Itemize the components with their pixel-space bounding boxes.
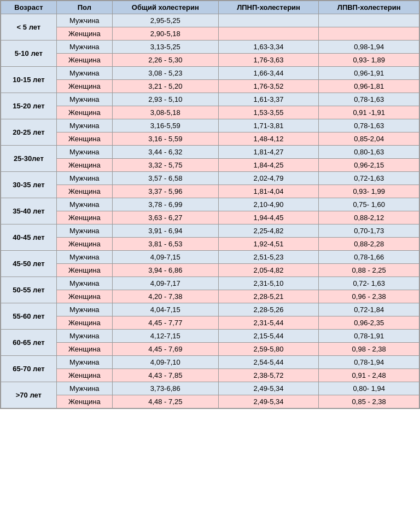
ldl-cell xyxy=(218,27,319,41)
gender-cell: Женщина xyxy=(56,80,112,93)
age-cell: 30-35 лет xyxy=(1,172,57,198)
gender-cell: Женщина xyxy=(56,395,112,408)
total-cholesterol-cell: 3,73-6,86 xyxy=(112,382,218,395)
ldl-cell: 1,76-3,52 xyxy=(218,80,319,93)
age-cell: 25-30лет xyxy=(1,146,57,172)
age-cell: 35-40 лет xyxy=(1,198,57,224)
ldl-cell: 1,71-3,81 xyxy=(218,119,319,132)
header-row: Возраст Пол Общий холестерин ЛПНП-холест… xyxy=(1,1,419,14)
gender-cell: Мужчина xyxy=(56,93,112,106)
ldl-cell: 1,81-4,27 xyxy=(218,146,319,159)
age-cell: 65-70 лет xyxy=(1,356,57,382)
gender-cell: Женщина xyxy=(56,211,112,224)
age-cell: 40-45 лет xyxy=(1,224,57,251)
ldl-cell: 2,54-5,44 xyxy=(218,356,319,369)
gender-cell: Мужчина xyxy=(56,14,112,27)
table-row: Женщина3,16 - 5,591,48-4,120,85-2,04 xyxy=(1,132,419,146)
table-row: 30-35 летМужчина3,57 - 6,582,02-4,790,72… xyxy=(1,172,419,185)
hdl-cell: 0,72-1,84 xyxy=(319,303,419,316)
gender-cell: Женщина xyxy=(56,132,112,146)
age-cell: 60-65 лет xyxy=(1,330,57,356)
gender-cell: Мужчина xyxy=(56,251,112,264)
gender-cell: Мужчина xyxy=(56,172,112,185)
ldl-cell: 1,66-3,44 xyxy=(218,67,319,80)
age-cell: < 5 лет xyxy=(1,14,57,41)
ldl-cell: 2,28-5,21 xyxy=(218,290,319,303)
gender-cell: Женщина xyxy=(56,106,112,119)
ldl-cell: 2,31-5,44 xyxy=(218,316,319,330)
table-row: 25-30летМужчина3,44 - 6,321,81-4,270,80-… xyxy=(1,146,419,159)
total-cholesterol-cell: 3,08-5,18 xyxy=(112,106,218,119)
hdl-cell: 0,85-2,04 xyxy=(319,132,419,146)
cholesterol-table: Возраст Пол Общий холестерин ЛПНП-холест… xyxy=(1,1,419,408)
table-row: 55-60 летМужчина4,04-7,152,28-5,260,72-1… xyxy=(1,303,419,316)
hdl-cell: 0,78-1,94 xyxy=(319,356,419,369)
gender-cell: Женщина xyxy=(56,27,112,41)
hdl-cell: 0,72- 1,63 xyxy=(319,277,419,290)
table-row: Женщина3,81 - 6,531,92-4,510,88-2,28 xyxy=(1,238,419,251)
gender-cell: Мужчина xyxy=(56,382,112,395)
hdl-cell: 0,98 - 2,38 xyxy=(319,343,419,356)
table-row: Женщина4,45 - 7,692,59-5,800,98 - 2,38 xyxy=(1,343,419,356)
hdl-cell: 0,72-1,63 xyxy=(319,172,419,185)
ldl-cell xyxy=(218,14,319,27)
total-cholesterol-cell: 2,95-5,25 xyxy=(112,14,218,27)
table-row: 20-25 летМужчина3,16-5,591,71-3,810,78-1… xyxy=(1,119,419,132)
hdl-cell: 0,75- 1,60 xyxy=(319,198,419,211)
ldl-cell: 2,49-5,34 xyxy=(218,395,319,408)
total-cholesterol-cell: 3,21 - 5,20 xyxy=(112,80,218,93)
gender-cell: Мужчина xyxy=(56,330,112,343)
table-row: Женщина4,20 - 7,382,28-5,210,96 - 2,38 xyxy=(1,290,419,303)
hdl-cell: 0,98-1,94 xyxy=(319,41,419,54)
gender-cell: Мужчина xyxy=(56,356,112,369)
hdl-cell: 0,78-1,66 xyxy=(319,251,419,264)
hdl-cell: 0,96-1,81 xyxy=(319,80,419,93)
hdl-cell: 0,78-1,91 xyxy=(319,330,419,343)
gender-cell: Женщина xyxy=(56,159,112,172)
total-cholesterol-cell: 3,16-5,59 xyxy=(112,119,218,132)
ldl-cell: 1,84-4,25 xyxy=(218,159,319,172)
ldl-cell: 2,02-4,79 xyxy=(218,172,319,185)
hdl-cell: 0,78-1,63 xyxy=(319,119,419,132)
total-cholesterol-cell: 3,13-5,25 xyxy=(112,41,218,54)
gender-cell: Женщина xyxy=(56,343,112,356)
hdl-cell: 0,88-2,28 xyxy=(319,238,419,251)
gender-cell: Мужчина xyxy=(56,146,112,159)
table-row: 65-70 летМужчина4,09-7,102,54-5,440,78-1… xyxy=(1,356,419,369)
header-total: Общий холестерин xyxy=(112,1,218,14)
hdl-cell: 0,80-1,63 xyxy=(319,146,419,159)
total-cholesterol-cell: 3,37 - 5,96 xyxy=(112,185,218,198)
table-row: 15-20 летМужчина2,93 - 5,101,61-3,370,78… xyxy=(1,93,419,106)
ldl-cell: 1,61-3,37 xyxy=(218,93,319,106)
table-row: 60-65 летМужчина4,12-7,152,15-5,440,78-1… xyxy=(1,330,419,343)
age-cell: 5-10 лет xyxy=(1,41,57,67)
hdl-cell: 0,96-2,35 xyxy=(319,316,419,330)
total-cholesterol-cell: 3,63 - 6,27 xyxy=(112,211,218,224)
total-cholesterol-cell: 2,26 - 5,30 xyxy=(112,54,218,67)
table-row: >70 летМужчина3,73-6,862,49-5,340,80- 1,… xyxy=(1,382,419,395)
total-cholesterol-cell: 2,90-5,18 xyxy=(112,27,218,41)
ldl-cell: 1,76-3,63 xyxy=(218,54,319,67)
total-cholesterol-cell: 4,09-7,15 xyxy=(112,251,218,264)
ldl-cell: 2,25-4,82 xyxy=(218,224,319,238)
gender-cell: Женщина xyxy=(56,290,112,303)
hdl-cell: 0,80- 1,94 xyxy=(319,382,419,395)
ldl-cell: 2,51-5,23 xyxy=(218,251,319,264)
table-row: Женщина4,43 - 7,852,38-5,720,91 - 2,48 xyxy=(1,369,419,382)
ldl-cell: 2,05-4,82 xyxy=(218,264,319,277)
total-cholesterol-cell: 4,04-7,15 xyxy=(112,303,218,316)
gender-cell: Мужчина xyxy=(56,119,112,132)
table-row: 40-45 летМужчина3,91 - 6,942,25-4,820,70… xyxy=(1,224,419,238)
header-age: Возраст xyxy=(1,1,57,14)
ldl-cell: 2,10-4,90 xyxy=(218,198,319,211)
table-row: Женщина4,45 - 7,772,31-5,440,96-2,35 xyxy=(1,316,419,330)
table-row: 45-50 летМужчина4,09-7,152,51-5,230,78-1… xyxy=(1,251,419,264)
age-cell: 20-25 лет xyxy=(1,119,57,146)
hdl-cell xyxy=(319,14,419,27)
total-cholesterol-cell: 3,78 - 6,99 xyxy=(112,198,218,211)
ldl-cell: 1,94-4,45 xyxy=(218,211,319,224)
gender-cell: Женщина xyxy=(56,238,112,251)
ldl-cell: 1,48-4,12 xyxy=(218,132,319,146)
table-row: 10-15 летМужчина3,08 - 5,231,66-3,440,96… xyxy=(1,67,419,80)
gender-cell: Мужчина xyxy=(56,67,112,80)
